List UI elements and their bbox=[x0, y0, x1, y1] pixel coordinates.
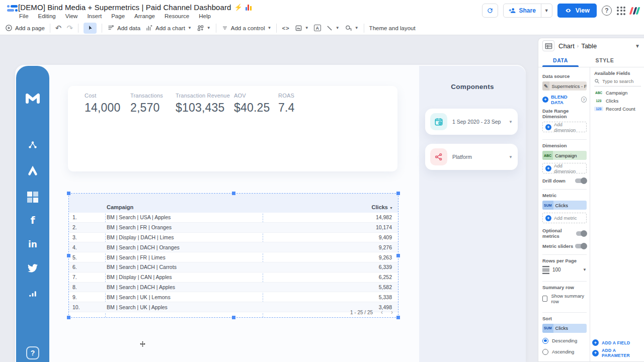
add-a-parameter-button[interactable]: + ADD A PARAMETER bbox=[592, 348, 641, 358]
prev-page-icon[interactable]: ‹ bbox=[381, 309, 383, 316]
undo-button[interactable]: ↶ bbox=[55, 24, 62, 33]
table-body: 1.BM | Search | USA | Apples14,982 2.BM … bbox=[69, 213, 398, 312]
menu-editing[interactable]: Editing bbox=[38, 13, 56, 19]
resize-handle[interactable] bbox=[232, 192, 235, 195]
view-button[interactable]: View bbox=[557, 4, 597, 18]
plus-icon: + bbox=[545, 165, 551, 171]
blend-help-icon[interactable]: ? bbox=[581, 97, 587, 103]
table-row: 3.BM | Display | DACH | Limes9,409 bbox=[69, 233, 398, 243]
rows-per-page-select[interactable]: 100 ▼ bbox=[542, 266, 587, 274]
menu-page[interactable]: Page bbox=[111, 13, 125, 19]
add-page-button[interactable]: Add a page bbox=[5, 24, 45, 32]
image-button[interactable]: ▼ bbox=[295, 25, 309, 32]
data-source-chip[interactable]: ✎ Supermetrics - For.. bbox=[542, 81, 587, 90]
menu-file[interactable]: File bbox=[19, 13, 29, 19]
add-metric-button[interactable]: + Add metric bbox=[542, 213, 587, 223]
sort-descending-option[interactable]: Descending bbox=[542, 338, 587, 344]
calendar-icon bbox=[430, 113, 447, 130]
apps-grid-icon[interactable] bbox=[617, 7, 625, 15]
platform-filter-control[interactable]: Platform ▼ bbox=[425, 144, 518, 170]
filter-icon bbox=[221, 25, 228, 31]
refresh-button[interactable] bbox=[482, 4, 498, 18]
field-campaign[interactable]: ABC Campaign bbox=[594, 90, 641, 96]
chevron-down-icon[interactable]: ▼ bbox=[509, 155, 513, 159]
text-button[interactable]: A bbox=[314, 25, 321, 31]
shape-button[interactable]: ▼ bbox=[345, 25, 359, 32]
kpi-roas: ROAS7.4 bbox=[278, 93, 295, 115]
field-record-count[interactable]: 123 Record Count bbox=[594, 106, 641, 112]
add-a-field-button[interactable]: + ADD A FIELD bbox=[592, 339, 641, 346]
add-dimension-button[interactable]: + Add dimension bbox=[542, 163, 587, 173]
chevron-down-icon[interactable]: ▼ bbox=[509, 120, 513, 124]
menu-resource[interactable]: Resource bbox=[165, 13, 189, 19]
community-viz-button[interactable]: ▼ bbox=[197, 24, 211, 32]
add-date-dimension-button[interactable]: + Add dimension bbox=[542, 122, 587, 132]
field-search[interactable] bbox=[594, 78, 641, 86]
line-button[interactable]: ▼ bbox=[326, 25, 340, 32]
resize-handle[interactable] bbox=[396, 254, 400, 257]
menu-arrange[interactable]: Arrange bbox=[134, 13, 155, 19]
view-label: View bbox=[576, 7, 590, 14]
breadcrumb-chart[interactable]: Chart bbox=[558, 42, 575, 50]
radio-selected-icon[interactable] bbox=[542, 338, 548, 344]
column-campaign[interactable]: Campaign bbox=[107, 204, 133, 210]
resize-handle[interactable] bbox=[67, 254, 70, 257]
add-control-button[interactable]: Add a control▼ bbox=[221, 25, 272, 31]
resize-handle[interactable] bbox=[396, 316, 400, 319]
show-summary-row-option[interactable]: Show summary row bbox=[542, 293, 587, 304]
field-clicks[interactable]: 123 Clicks bbox=[594, 98, 641, 104]
drill-down-toggle[interactable] bbox=[575, 178, 587, 183]
properties-panel: Chart › Table ▼ DATA STYLE Data source ✎… bbox=[538, 38, 644, 362]
date-range-control[interactable]: 1 Sep 2020 - 23 Sep ▼ bbox=[425, 109, 518, 135]
next-page-icon[interactable]: › bbox=[391, 309, 393, 316]
sort-ascending-option[interactable]: Ascending bbox=[542, 349, 587, 355]
available-fields-column: Available Fields ABC Campaign 123 Clicks bbox=[590, 67, 644, 361]
embed-button[interactable]: <> bbox=[282, 25, 289, 31]
resize-handle[interactable] bbox=[67, 192, 70, 195]
data-settings-column: Data source ✎ Supermetrics - For.. + BLE… bbox=[538, 67, 590, 361]
menu-insert[interactable]: Insert bbox=[87, 13, 102, 19]
components-title: Components bbox=[419, 83, 526, 90]
document-title[interactable]: [DEMO] Bind Media + Supermetrics | Paid … bbox=[18, 3, 231, 12]
column-clicks[interactable]: Clicks ▼ bbox=[372, 204, 393, 210]
scorecard-widget[interactable]: Cost14,000 Transactions2,570 Transaction… bbox=[68, 86, 397, 171]
number-type-icon: 123 bbox=[594, 99, 603, 103]
share-dropdown-caret[interactable]: ▼ bbox=[541, 4, 552, 17]
sort-field-chip[interactable]: SUM Clicks bbox=[542, 324, 587, 333]
dimension-chip[interactable]: ABC Campaign bbox=[542, 151, 587, 160]
metric-sliders-toggle[interactable] bbox=[575, 244, 587, 248]
plus-icon: + bbox=[545, 215, 551, 221]
theme-layout-button[interactable]: Theme and layout bbox=[369, 25, 416, 31]
tab-style[interactable]: STYLE bbox=[583, 53, 627, 67]
resize-handle[interactable] bbox=[67, 316, 70, 319]
resize-handle[interactable] bbox=[232, 316, 235, 319]
pencil-icon[interactable]: ✎ bbox=[542, 81, 549, 90]
table-widget[interactable]: ••• Campaign Clicks ▼ 1.BM | Search | US… bbox=[69, 194, 398, 317]
menu-help[interactable]: Help bbox=[199, 13, 211, 19]
google-ads-icon bbox=[16, 165, 49, 176]
share-button[interactable]: Share ▼ bbox=[503, 4, 552, 18]
metric-chip[interactable]: SUM Clicks bbox=[542, 201, 587, 210]
resize-handle[interactable] bbox=[396, 192, 400, 195]
checkbox-icon[interactable] bbox=[542, 296, 547, 302]
supermetrics-logo-icon bbox=[629, 7, 640, 15]
supermetrics-m-icon bbox=[16, 90, 49, 105]
redo-button[interactable]: ↷ bbox=[66, 24, 73, 33]
search-icon bbox=[594, 78, 600, 84]
blend-data-button[interactable]: + BLEND DATA ? bbox=[542, 94, 587, 105]
add-chart-button[interactable]: Add a chart▼ bbox=[145, 24, 192, 32]
tab-data[interactable]: DATA bbox=[538, 53, 583, 67]
help-rail-button[interactable]: ? bbox=[16, 346, 49, 359]
menu-view[interactable]: View bbox=[65, 13, 78, 19]
table-row: 7.BM | Display | CAN | Apples6,252 bbox=[69, 273, 398, 283]
breadcrumb-table[interactable]: Table bbox=[581, 42, 597, 50]
optional-metrics-toggle[interactable] bbox=[576, 231, 587, 236]
search-input[interactable] bbox=[602, 78, 637, 84]
add-data-button[interactable]: Add data bbox=[107, 24, 140, 32]
radio-icon[interactable] bbox=[542, 349, 548, 355]
date-range-value: 1 Sep 2020 - 23 Sep bbox=[452, 119, 504, 125]
collapse-panel-icon[interactable]: ▼ bbox=[635, 43, 640, 49]
select-tool-button[interactable] bbox=[84, 23, 97, 34]
help-button[interactable]: ? bbox=[602, 6, 612, 16]
table-row: 9.BM | Search | UK | Lemons5,338 bbox=[69, 292, 398, 302]
